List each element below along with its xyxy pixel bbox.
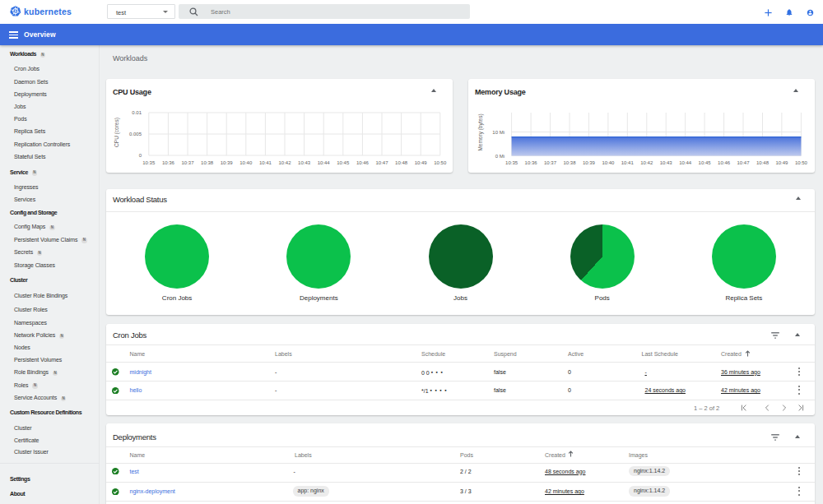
svg-text:10:46: 10:46 — [718, 160, 731, 165]
svg-text:10:44: 10:44 — [318, 160, 331, 165]
svg-text:10:47: 10:47 — [375, 160, 388, 165]
svg-text:0.01: 0.01 — [132, 110, 142, 115]
svg-text:10:38: 10:38 — [201, 160, 214, 165]
svg-text:10:35: 10:35 — [505, 160, 518, 165]
svg-text:10:40: 10:40 — [239, 160, 253, 165]
svg-text:10:42: 10:42 — [640, 160, 653, 165]
svg-text:10:44: 10:44 — [679, 160, 692, 165]
svg-text:10:45: 10:45 — [337, 160, 350, 165]
svg-text:0.005: 0.005 — [129, 132, 142, 136]
svg-text:10:35: 10:35 — [142, 160, 156, 165]
svg-text:10:45: 10:45 — [699, 160, 712, 165]
svg-text:10:43: 10:43 — [660, 160, 673, 165]
svg-text:10:50: 10:50 — [795, 160, 808, 165]
svg-text:Memory (bytes): Memory (bytes) — [477, 113, 484, 150]
svg-text:10:40: 10:40 — [602, 160, 615, 165]
svg-text:10:49: 10:49 — [415, 160, 428, 165]
svg-text:10:41: 10:41 — [259, 160, 272, 165]
svg-text:10:39: 10:39 — [583, 160, 596, 165]
svg-text:10:49: 10:49 — [775, 160, 788, 165]
svg-text:10 Mi: 10 Mi — [492, 130, 504, 135]
svg-text:10:42: 10:42 — [278, 160, 291, 165]
svg-text:0 Mi: 0 Mi — [495, 154, 504, 159]
svg-text:10:37: 10:37 — [181, 160, 194, 165]
svg-text:10:48: 10:48 — [395, 160, 408, 165]
svg-text:10:41: 10:41 — [621, 160, 635, 165]
svg-text:10:39: 10:39 — [221, 160, 234, 165]
svg-text:10:46: 10:46 — [356, 160, 370, 165]
svg-text:CPU (cores): CPU (cores) — [114, 118, 120, 147]
svg-text:10:38: 10:38 — [563, 160, 576, 165]
svg-text:10:50: 10:50 — [434, 160, 447, 165]
svg-text:10:36: 10:36 — [525, 160, 538, 165]
svg-text:10:47: 10:47 — [737, 160, 750, 165]
svg-text:10:36: 10:36 — [162, 160, 175, 165]
svg-text:10:43: 10:43 — [298, 160, 311, 165]
svg-text:10:48: 10:48 — [756, 160, 770, 165]
svg-text:10:37: 10:37 — [544, 160, 557, 165]
svg-text:0: 0 — [139, 153, 142, 158]
